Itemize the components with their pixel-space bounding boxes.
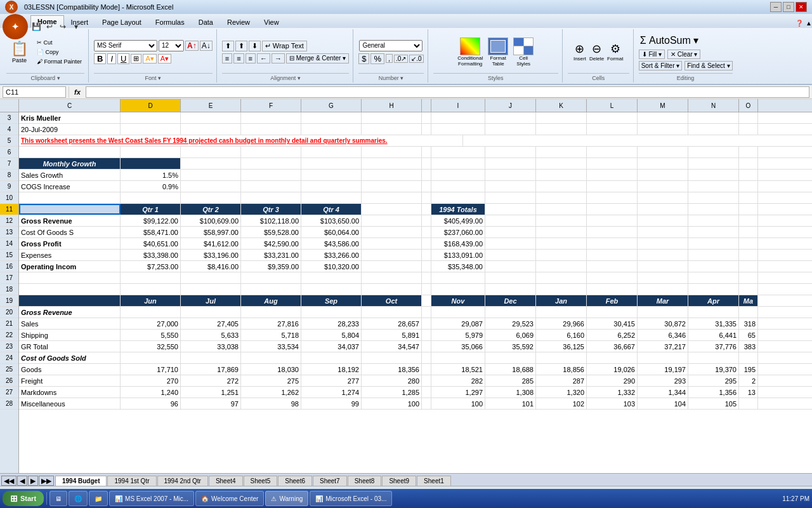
- underline-button[interactable]: U: [117, 53, 129, 64]
- cell-G22[interactable]: 5,804: [301, 330, 362, 340]
- cell-I3a[interactable]: [422, 112, 431, 123]
- cell-K27[interactable]: 1,320: [536, 387, 587, 398]
- fill-color-button[interactable]: A▾: [143, 54, 156, 64]
- cell-I12[interactable]: $405,499.00: [431, 215, 485, 226]
- align-right-btn[interactable]: ≡: [246, 53, 256, 64]
- cell-H6[interactable]: [362, 147, 422, 157]
- cell-N28[interactable]: 105: [688, 398, 739, 409]
- cell-O13[interactable]: [739, 227, 758, 237]
- cell-H22[interactable]: 5,891: [362, 330, 422, 340]
- cell-H26[interactable]: 280: [362, 375, 422, 386]
- cell-J14[interactable]: [485, 238, 536, 249]
- cell-C16[interactable]: Operating Incom: [19, 261, 121, 272]
- cell-E10[interactable]: [181, 192, 241, 203]
- cell-I20[interactable]: [431, 307, 485, 318]
- cell-I25a[interactable]: [422, 364, 431, 375]
- cell-H3[interactable]: [362, 112, 422, 123]
- cell-M20[interactable]: [638, 307, 688, 318]
- cell-F15[interactable]: $33,231.00: [241, 250, 301, 260]
- cell-K9[interactable]: [536, 181, 587, 192]
- cell-L17[interactable]: [587, 272, 638, 283]
- cell-L8[interactable]: [587, 170, 638, 180]
- cell-I26[interactable]: 282: [431, 375, 485, 386]
- cell-C18[interactable]: [19, 284, 121, 295]
- cell-J20[interactable]: [485, 307, 536, 318]
- row-num-18[interactable]: 18: [0, 284, 18, 295]
- cell-G25[interactable]: 18,192: [301, 364, 362, 375]
- save-quick-btn[interactable]: 💾: [30, 21, 42, 32]
- cell-D27[interactable]: 1,240: [121, 387, 181, 398]
- cell-J18[interactable]: [485, 284, 536, 295]
- cell-E22[interactable]: 5,633: [181, 330, 241, 340]
- cell-O15[interactable]: [739, 250, 758, 260]
- taskbar-item-excel-2007[interactable]: 📊 MS Excel 2007 - Mic...: [109, 491, 194, 506]
- cell-I8a[interactable]: [422, 170, 431, 180]
- row-num-14[interactable]: 14: [0, 238, 18, 250]
- cell-C9[interactable]: COGS Increase: [19, 181, 121, 192]
- cell-D10[interactable]: [121, 192, 181, 203]
- cell-H10[interactable]: [362, 192, 422, 203]
- cell-D14[interactable]: $40,651.00: [121, 238, 181, 249]
- cell-O6[interactable]: [739, 147, 758, 157]
- cell-G3[interactable]: [301, 112, 362, 123]
- cell-O25[interactable]: 195: [739, 364, 758, 375]
- cell-E7[interactable]: [181, 158, 241, 169]
- cell-O23[interactable]: 383: [739, 341, 758, 352]
- cell-G18[interactable]: [301, 284, 362, 295]
- col-header-L[interactable]: L: [587, 99, 638, 112]
- cell-H9[interactable]: [362, 181, 422, 192]
- cell-K28[interactable]: 102: [536, 398, 587, 409]
- cell-H15[interactable]: [362, 250, 422, 260]
- cell-K17[interactable]: [536, 272, 587, 283]
- cell-C4[interactable]: 20-Jul-2009: [19, 124, 121, 135]
- cell-C8[interactable]: Sales Growth: [19, 170, 121, 180]
- cell-D23[interactable]: 32,550: [121, 341, 181, 352]
- cell-E18[interactable]: [181, 284, 241, 295]
- cell-C15[interactable]: Expenses: [19, 250, 121, 260]
- cell-M9[interactable]: [638, 181, 688, 192]
- col-header-C[interactable]: C: [19, 99, 121, 112]
- row-num-11[interactable]: 11: [0, 204, 18, 215]
- dropdown-quick-btn[interactable]: ▾: [70, 21, 82, 32]
- ribbon-minimize-icon[interactable]: ▲: [806, 20, 812, 27]
- help-icon[interactable]: ❓: [796, 20, 803, 27]
- cell-C20[interactable]: Gross Revenue: [19, 307, 121, 318]
- cell-M6[interactable]: [638, 147, 688, 157]
- cell-F24[interactable]: [241, 352, 301, 363]
- cell-L28[interactable]: 103: [587, 398, 638, 409]
- cell-K24[interactable]: [536, 352, 587, 363]
- cell-I28[interactable]: 100: [431, 398, 485, 409]
- tab-data[interactable]: Data: [192, 16, 220, 28]
- cell-I15[interactable]: $133,091.00: [431, 250, 485, 260]
- window-controls[interactable]: ─ □ ✕: [770, 2, 807, 12]
- cell-D19[interactable]: Jun: [121, 295, 181, 306]
- cell-D16[interactable]: $7,253.00: [121, 261, 181, 272]
- cell-K8[interactable]: [536, 170, 587, 180]
- copy-button[interactable]: 📄 Copy: [34, 48, 84, 57]
- cell-M10[interactable]: [638, 192, 688, 203]
- cell-O16[interactable]: [739, 261, 758, 272]
- cell-L26[interactable]: 290: [587, 375, 638, 386]
- cell-I17a[interactable]: [422, 272, 431, 283]
- cell-E8[interactable]: [181, 170, 241, 180]
- cell-G13[interactable]: $60,064.00: [301, 227, 362, 237]
- cell-N4[interactable]: [688, 124, 739, 135]
- cell-L23[interactable]: 36,667: [587, 341, 638, 352]
- cell-C6[interactable]: [19, 147, 121, 157]
- row-num-9[interactable]: 9: [0, 181, 18, 192]
- cell-I18a[interactable]: [422, 284, 431, 295]
- sheet-scroll-left[interactable]: ◀◀: [1, 476, 16, 486]
- cell-N23[interactable]: 37,776: [688, 341, 739, 352]
- cell-G10[interactable]: [301, 192, 362, 203]
- align-center-btn[interactable]: ≡: [233, 53, 244, 64]
- cell-I4a[interactable]: [422, 124, 431, 135]
- cell-H27[interactable]: 1,285: [362, 387, 422, 398]
- cell-J10[interactable]: [485, 192, 536, 203]
- cell-L18[interactable]: [587, 284, 638, 295]
- cell-H28[interactable]: 100: [362, 398, 422, 409]
- cell-I22a[interactable]: [422, 330, 431, 340]
- cell-D4[interactable]: [121, 124, 181, 135]
- cell-D8[interactable]: 1.5%: [121, 170, 181, 180]
- cell-F25[interactable]: 18,030: [241, 364, 301, 375]
- cell-J19[interactable]: Dec: [485, 295, 536, 306]
